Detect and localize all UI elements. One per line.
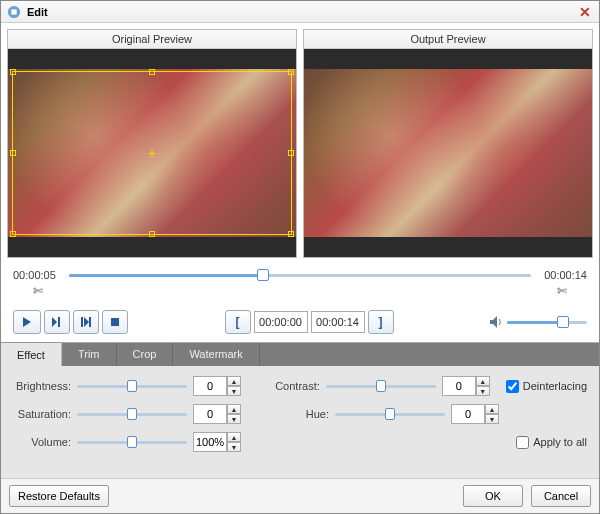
svg-rect-8: [111, 318, 119, 326]
apply-all-checkbox[interactable]: Apply to all: [516, 436, 587, 449]
step-forward-button[interactable]: [44, 310, 70, 334]
original-preview-pane: Original Preview +: [7, 29, 297, 258]
tab-bar: Effect Trim Crop Watermark: [1, 342, 599, 366]
timeline-area: 00:00:05 00:00:14 ✄ ✄: [1, 264, 599, 306]
ok-button[interactable]: OK: [463, 485, 523, 507]
window-title: Edit: [27, 6, 577, 18]
output-video-frame: [304, 69, 592, 237]
hue-up[interactable]: ▲: [485, 404, 499, 414]
brightness-slider[interactable]: [77, 379, 187, 393]
contrast-label: Contrast:: [262, 380, 320, 392]
audio-volume-thumb[interactable]: [127, 436, 137, 448]
in-time-field[interactable]: 00:00:00: [254, 311, 308, 333]
saturation-down[interactable]: ▼: [227, 414, 241, 424]
edit-dialog: Edit ✕ Original Preview +: [0, 0, 600, 514]
apply-all-label: Apply to all: [533, 436, 587, 448]
bottom-bar: Restore Defaults OK Cancel: [1, 478, 599, 513]
volume-slider[interactable]: [507, 315, 587, 329]
brightness-label: Brightness:: [13, 380, 71, 392]
crop-handle-tm[interactable]: [149, 69, 155, 75]
svg-rect-1: [11, 9, 16, 14]
close-icon[interactable]: ✕: [577, 4, 593, 20]
brightness-thumb[interactable]: [127, 380, 137, 392]
saturation-up[interactable]: ▲: [227, 404, 241, 414]
output-preview-header: Output Preview: [304, 30, 592, 49]
tab-watermark[interactable]: Watermark: [173, 343, 259, 366]
apply-all-input[interactable]: [516, 436, 529, 449]
effect-panel: Brightness: ▲▼ Contrast: ▲▼ Deinterlacin…: [1, 366, 599, 478]
saturation-slider[interactable]: [77, 407, 187, 421]
hue-down[interactable]: ▼: [485, 414, 499, 424]
tab-effect[interactable]: Effect: [1, 342, 62, 366]
crop-handle-br[interactable]: [288, 231, 294, 237]
brightness-down[interactable]: ▼: [227, 386, 241, 396]
deinterlacing-input[interactable]: [506, 380, 519, 393]
original-preview-body[interactable]: +: [8, 49, 296, 257]
cancel-button[interactable]: Cancel: [531, 485, 591, 507]
crop-handle-tl[interactable]: [10, 69, 16, 75]
crop-center-icon[interactable]: +: [146, 147, 158, 159]
stop-button[interactable]: [102, 310, 128, 334]
titlebar: Edit ✕: [1, 1, 599, 23]
hue-thumb[interactable]: [385, 408, 395, 420]
app-icon: [7, 5, 21, 19]
svg-marker-3: [52, 317, 57, 327]
crop-handle-ml[interactable]: [10, 150, 16, 156]
contrast-thumb[interactable]: [376, 380, 386, 392]
speaker-icon[interactable]: [490, 316, 504, 328]
contrast-slider[interactable]: [326, 379, 436, 393]
brightness-field[interactable]: [193, 376, 227, 396]
deinterlacing-checkbox[interactable]: Deinterlacing: [506, 380, 587, 393]
brightness-up[interactable]: ▲: [227, 376, 241, 386]
restore-defaults-button[interactable]: Restore Defaults: [9, 485, 109, 507]
preview-row: Original Preview + Output Preview: [1, 23, 599, 264]
crop-handle-tr[interactable]: [288, 69, 294, 75]
set-in-button[interactable]: [: [225, 310, 251, 334]
svg-rect-5: [81, 317, 83, 327]
tab-crop[interactable]: Crop: [117, 343, 174, 366]
svg-rect-4: [58, 317, 60, 327]
volume-field[interactable]: [193, 432, 227, 452]
svg-rect-7: [89, 317, 91, 327]
output-preview-pane: Output Preview: [303, 29, 593, 258]
timeline-thumb[interactable]: [257, 269, 269, 281]
volume-thumb[interactable]: [557, 316, 569, 328]
volume-up[interactable]: ▲: [227, 432, 241, 442]
volume-down[interactable]: ▼: [227, 442, 241, 452]
svg-marker-2: [23, 317, 31, 327]
volume-label: Volume:: [13, 436, 71, 448]
contrast-up[interactable]: ▲: [476, 376, 490, 386]
crop-handle-bm[interactable]: [149, 231, 155, 237]
crop-frame[interactable]: +: [12, 71, 292, 235]
hue-label: Hue:: [271, 408, 329, 420]
contrast-down[interactable]: ▼: [476, 386, 490, 396]
set-out-button[interactable]: ]: [368, 310, 394, 334]
svg-marker-9: [490, 316, 497, 328]
time-end-label: 00:00:14: [537, 269, 587, 281]
out-time-field[interactable]: 00:00:14: [311, 311, 365, 333]
original-preview-header: Original Preview: [8, 30, 296, 49]
tab-trim[interactable]: Trim: [62, 343, 117, 366]
svg-marker-6: [84, 317, 89, 327]
time-start-label: 00:00:05: [13, 269, 63, 281]
audio-volume-slider[interactable]: [77, 435, 187, 449]
playback-controls: [ 00:00:00 00:00:14 ]: [1, 306, 599, 342]
hue-field[interactable]: [451, 404, 485, 424]
hue-slider[interactable]: [335, 407, 445, 421]
crop-handle-mr[interactable]: [288, 150, 294, 156]
trim-in-marker-icon[interactable]: ✄: [13, 284, 63, 298]
saturation-field[interactable]: [193, 404, 227, 424]
next-button[interactable]: [73, 310, 99, 334]
saturation-thumb[interactable]: [127, 408, 137, 420]
timeline-slider[interactable]: [69, 268, 531, 282]
deinterlacing-label: Deinterlacing: [523, 380, 587, 392]
crop-handle-bl[interactable]: [10, 231, 16, 237]
output-preview-body: [304, 49, 592, 257]
saturation-label: Saturation:: [13, 408, 71, 420]
contrast-field[interactable]: [442, 376, 476, 396]
trim-out-marker-icon[interactable]: ✄: [537, 284, 587, 298]
play-button[interactable]: [13, 310, 41, 334]
